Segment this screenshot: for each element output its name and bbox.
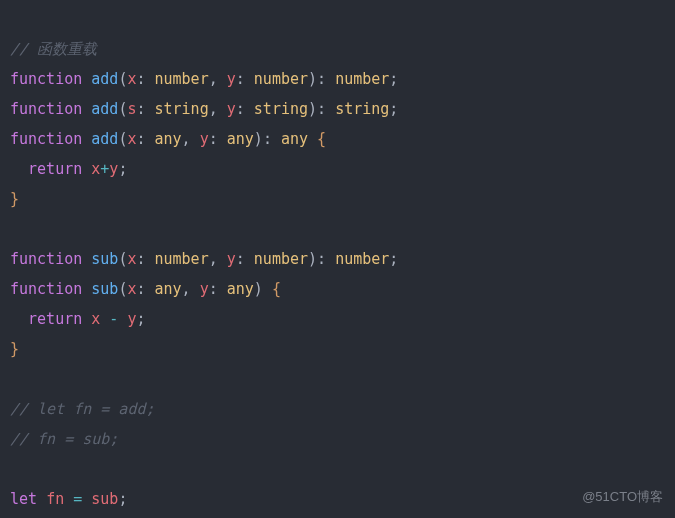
function-name: add <box>91 130 118 148</box>
comment-line: // 函数重载 <box>10 40 97 58</box>
keyword: function <box>10 250 82 268</box>
keyword: let <box>10 490 37 508</box>
keyword: return <box>28 310 82 328</box>
function-name: add <box>91 100 118 118</box>
keyword: return <box>28 160 82 178</box>
keyword: function <box>10 130 82 148</box>
keyword: function <box>10 70 82 88</box>
comment-line: // fn = sub; <box>10 430 118 448</box>
code-block: // 函数重载 function add(x: number, y: numbe… <box>0 0 675 518</box>
function-name: sub <box>91 250 118 268</box>
function-name: sub <box>91 280 118 298</box>
keyword: function <box>10 100 82 118</box>
comment-line: // let fn = add; <box>10 400 155 418</box>
keyword: function <box>10 280 82 298</box>
function-name: add <box>91 70 118 88</box>
watermark: @51CTO博客 <box>582 484 663 510</box>
